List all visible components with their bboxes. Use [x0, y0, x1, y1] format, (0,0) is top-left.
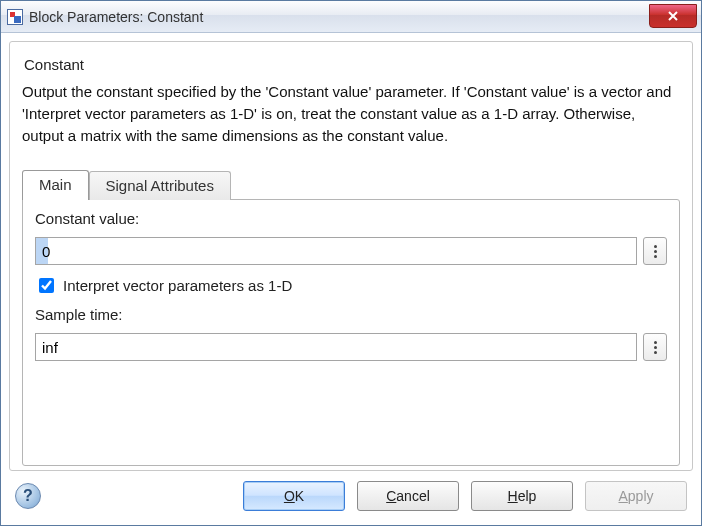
constant-value-label: Constant value: — [35, 210, 667, 227]
group-description: Output the constant specified by the 'Co… — [22, 81, 680, 146]
sample-time-label: Sample time: — [35, 306, 667, 323]
description-group: Constant Output the constant specified b… — [22, 52, 680, 170]
constant-value-more-button[interactable] — [643, 237, 667, 265]
sample-time-row — [35, 333, 667, 361]
sample-time-more-button[interactable] — [643, 333, 667, 361]
tab-panel-main: Constant value: Interpret vector paramet… — [22, 199, 680, 466]
tab-signal-attributes[interactable]: Signal Attributes — [89, 171, 231, 200]
client-area: Constant Output the constant specified b… — [1, 33, 701, 525]
interpret-checkbox[interactable] — [39, 278, 54, 293]
constant-value-input[interactable] — [35, 237, 637, 265]
dialog-window: Block Parameters: Constant Constant Outp… — [0, 0, 702, 526]
cancel-button[interactable]: Cancel — [357, 481, 459, 511]
help-button[interactable]: Help — [471, 481, 573, 511]
close-button[interactable] — [649, 4, 697, 28]
help-icon[interactable]: ? — [15, 483, 41, 509]
tab-main[interactable]: Main — [22, 170, 89, 200]
window-title: Block Parameters: Constant — [29, 9, 649, 25]
apply-button[interactable]: Apply — [585, 481, 687, 511]
button-row: ? OK Cancel Help Apply — [9, 471, 693, 517]
content-frame: Constant Output the constant specified b… — [9, 41, 693, 471]
app-icon — [7, 9, 23, 25]
ok-button[interactable]: OK — [243, 481, 345, 511]
tab-strip: Main Signal Attributes — [22, 170, 680, 200]
sample-time-input[interactable] — [35, 333, 637, 361]
close-icon — [667, 10, 679, 22]
interpret-label: Interpret vector parameters as 1-D — [63, 277, 292, 294]
interpret-row[interactable]: Interpret vector parameters as 1-D — [35, 275, 667, 296]
titlebar[interactable]: Block Parameters: Constant — [1, 1, 701, 33]
group-label: Constant — [22, 56, 680, 73]
constant-value-row — [35, 237, 667, 265]
